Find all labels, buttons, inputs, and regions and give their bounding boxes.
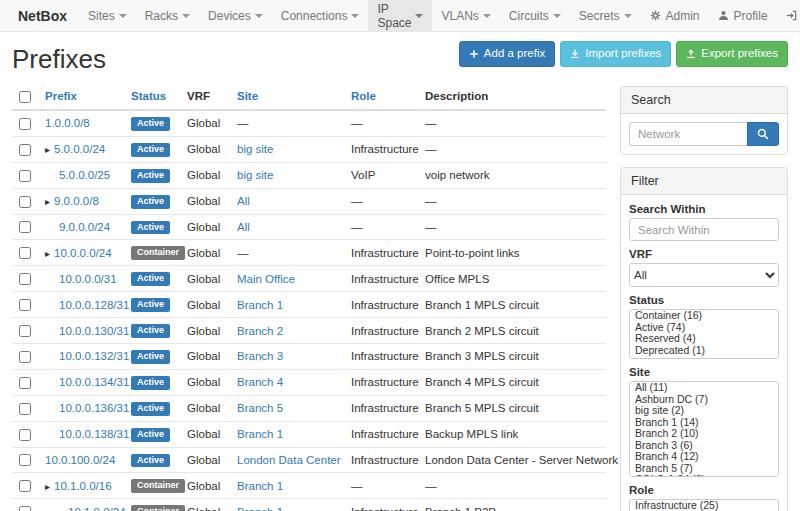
site-link[interactable]: London Data Center xyxy=(237,454,341,466)
prefix-link[interactable]: 10.1.0.0/24 xyxy=(68,506,126,511)
description-value: London Data Center - Server Network xyxy=(425,454,618,466)
status-listbox[interactable]: Container (16)Active (74)Reserved (4)Dep… xyxy=(629,309,779,359)
prefix-link[interactable]: 10.0.0.128/31 xyxy=(59,299,129,311)
select-all-checkbox[interactable] xyxy=(19,91,31,103)
prefix-link[interactable]: 9.0.0.0/24 xyxy=(59,221,110,233)
nav-item-connections[interactable]: Connections xyxy=(272,0,369,31)
row-checkbox[interactable] xyxy=(19,403,31,415)
site-listbox[interactable]: All (11)Ashburn DC (7)big site (2)Branch… xyxy=(629,381,779,477)
export-prefixes-button[interactable]: Export prefixes xyxy=(676,41,788,67)
site-link[interactable]: Branch 3 xyxy=(237,350,283,362)
listbox-option[interactable]: Active (74) xyxy=(630,322,778,334)
expand-toggle-icon[interactable]: ▸ xyxy=(45,248,50,259)
listbox-option[interactable]: Deprecated (1) xyxy=(630,345,778,357)
site-link[interactable]: Branch 1 xyxy=(237,480,283,492)
listbox-option[interactable]: Branch 4 (12) xyxy=(630,451,778,463)
column-header-site[interactable]: Site xyxy=(237,90,258,102)
listbox-option[interactable]: Ashburn DC (7) xyxy=(630,394,778,406)
nav-item-profile[interactable]: Profile xyxy=(709,0,777,31)
listbox-option[interactable]: Infrastructure (25) xyxy=(630,500,778,511)
prefix-link[interactable]: 1.0.0.0/8 xyxy=(45,117,90,129)
site-link[interactable]: All xyxy=(237,195,250,207)
listbox-option[interactable]: Branch 1 (14) xyxy=(630,417,778,429)
expand-toggle-icon[interactable]: ▸ xyxy=(59,507,64,511)
prefix-link[interactable]: 10.0.0.0/31 xyxy=(59,273,117,285)
description-value: — xyxy=(425,195,437,207)
vrf-select[interactable]: All xyxy=(629,263,779,287)
prefix-link[interactable]: 10.0.0.0/24 xyxy=(54,247,112,259)
column-header-description: Description xyxy=(420,84,606,110)
listbox-option[interactable]: All (11) xyxy=(630,382,778,394)
nav-item-logout[interactable]: Log out xyxy=(777,0,800,31)
prefix-link[interactable]: 10.1.0.0/16 xyxy=(54,480,112,492)
nav-item-racks[interactable]: Racks xyxy=(136,0,199,31)
row-checkbox[interactable] xyxy=(19,480,31,492)
nav-item-admin[interactable]: Admin xyxy=(641,0,709,31)
nav-item-sites[interactable]: Sites xyxy=(79,0,136,31)
row-checkbox[interactable] xyxy=(19,196,31,208)
listbox-option[interactable]: Branch 3 (6) xyxy=(630,440,778,452)
row-checkbox[interactable] xyxy=(19,118,31,130)
search-button[interactable] xyxy=(747,122,779,146)
page-actions: Add a prefix Import prefixes Export pref… xyxy=(459,41,788,67)
row-checkbox[interactable] xyxy=(19,351,31,363)
nav-item-vlans[interactable]: VLANs xyxy=(432,0,499,31)
search-within-input[interactable] xyxy=(629,218,779,241)
expand-toggle-icon[interactable]: ▸ xyxy=(45,481,50,492)
add-prefix-button[interactable]: Add a prefix xyxy=(459,41,555,67)
prefix-link[interactable]: 10.0.0.130/31 xyxy=(59,325,129,337)
nav-item-devices[interactable]: Devices xyxy=(199,0,272,31)
listbox-option[interactable]: Container (16) xyxy=(630,310,778,322)
listbox-option[interactable]: Reserved (4) xyxy=(630,333,778,345)
prefix-link[interactable]: 10.0.0.134/31 xyxy=(59,376,129,388)
listbox-option[interactable]: big site (2) xyxy=(630,405,778,417)
listbox-option[interactable]: Branch 2 (10) xyxy=(630,428,778,440)
row-checkbox[interactable] xyxy=(19,377,31,389)
expand-toggle-icon[interactable]: ▸ xyxy=(45,196,50,207)
row-checkbox[interactable] xyxy=(19,247,31,259)
role-listbox[interactable]: Infrastructure (25)Management (8)Private… xyxy=(629,499,779,511)
column-header-status[interactable]: Status xyxy=(131,90,166,102)
row-checkbox[interactable] xyxy=(19,299,31,311)
prefix-link[interactable]: 10.0.0.136/31 xyxy=(59,402,129,414)
site-link[interactable]: big site xyxy=(237,169,273,181)
prefix-link[interactable]: 10.0.0.132/31 xyxy=(59,350,129,362)
nav-item-ip-space[interactable]: IP Space xyxy=(368,0,432,31)
prefix-link[interactable]: 10.0.0.138/31 xyxy=(59,428,129,440)
role-value: — xyxy=(351,117,363,129)
row-checkbox[interactable] xyxy=(19,144,31,156)
site-link[interactable]: Branch 2 xyxy=(237,325,283,337)
site-link[interactable]: Branch 4 xyxy=(237,376,283,388)
site-link[interactable]: All xyxy=(237,221,250,233)
site-link[interactable]: Branch 1 xyxy=(237,299,283,311)
row-checkbox[interactable] xyxy=(19,429,31,441)
site-link[interactable]: Branch 1 xyxy=(237,506,283,511)
listbox-option[interactable]: Branch 5 (7) xyxy=(630,463,778,475)
site-link[interactable]: Branch 1 xyxy=(237,428,283,440)
row-checkbox[interactable] xyxy=(19,325,31,337)
prefix-list: Prefix Status VRF Site Role Description … xyxy=(12,84,606,511)
column-header-prefix[interactable]: Prefix xyxy=(45,90,77,102)
nav-item-secrets[interactable]: Secrets xyxy=(570,0,641,31)
expand-toggle-icon[interactable]: ▸ xyxy=(45,144,50,155)
prefix-link[interactable]: 10.0.100.0/24 xyxy=(45,454,115,466)
search-input[interactable] xyxy=(629,122,747,146)
prefix-link[interactable]: 5.0.0.0/25 xyxy=(59,169,110,181)
nav-item-circuits[interactable]: Circuits xyxy=(500,0,570,31)
prefix-link[interactable]: 9.0.0.0/8 xyxy=(54,195,99,207)
site-link[interactable]: Main Office xyxy=(237,273,295,285)
row-checkbox[interactable] xyxy=(19,454,31,466)
brand-link[interactable]: NetBox xyxy=(6,0,79,31)
nav-label: Profile xyxy=(734,9,768,23)
site-link[interactable]: big site xyxy=(237,143,273,155)
row-checkbox[interactable] xyxy=(19,506,31,511)
listbox-option[interactable]: COLO-1-24 (8) xyxy=(630,474,778,477)
prefix-link[interactable]: 5.0.0.0/24 xyxy=(54,143,105,155)
role-value: Infrastructure xyxy=(351,247,419,259)
import-prefixes-button[interactable]: Import prefixes xyxy=(560,41,671,67)
row-checkbox[interactable] xyxy=(19,221,31,233)
column-header-role[interactable]: Role xyxy=(351,90,376,102)
row-checkbox[interactable] xyxy=(19,170,31,182)
row-checkbox[interactable] xyxy=(19,273,31,285)
site-link[interactable]: Branch 5 xyxy=(237,402,283,414)
